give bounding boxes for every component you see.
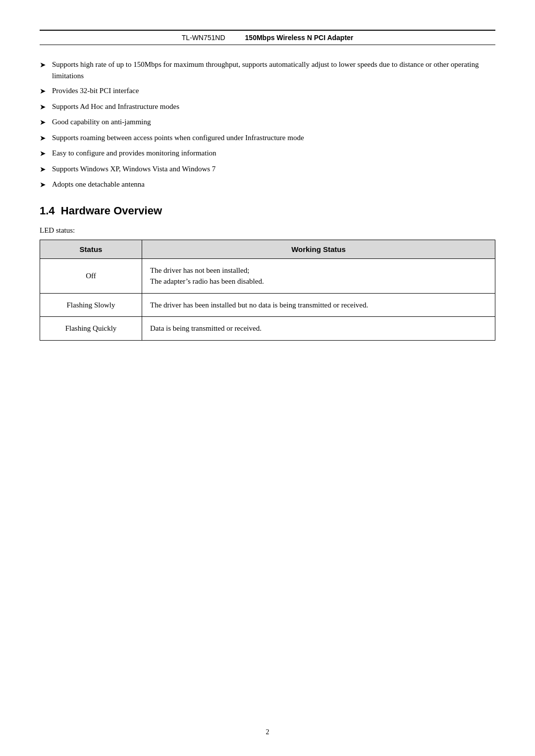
bullet-item: ➤Provides 32-bit PCI interface — [40, 85, 495, 97]
table-cell-working-status: The driver has been installed but no dat… — [142, 293, 495, 317]
page: TL-WN751ND 150Mbps Wireless N PCI Adapte… — [0, 0, 535, 756]
working-status-line1: The driver has not been installed; — [150, 266, 249, 274]
feature-list: ➤Supports high rate of up to 150Mbps for… — [40, 59, 495, 191]
bullet-arrow-icon: ➤ — [40, 86, 46, 97]
bullet-arrow-icon: ➤ — [40, 59, 46, 71]
bullet-item: ➤Supports roaming between access points … — [40, 132, 495, 144]
led-status-table: Status Working Status OffThe driver has … — [40, 240, 495, 341]
bullet-text: Supports high rate of up to 150Mbps for … — [52, 59, 495, 81]
header-title: 150Mbps Wireless N PCI Adapter — [245, 34, 354, 42]
table-row: Flashing SlowlyThe driver has been insta… — [40, 293, 495, 317]
bullet-arrow-icon: ➤ — [40, 179, 46, 191]
bullet-arrow-icon: ➤ — [40, 148, 46, 159]
bullet-item: ➤Supports Ad Hoc and Infrastructure mode… — [40, 101, 495, 113]
page-number: 2 — [0, 728, 535, 736]
table-row: Flashing QuicklyData is being transmitte… — [40, 317, 495, 341]
bullet-arrow-icon: ➤ — [40, 117, 46, 128]
led-label: LED status: — [40, 226, 495, 235]
bullet-text: Supports Windows XP, Windows Vista and W… — [52, 163, 495, 175]
table-cell-working-status: Data is being transmitted or received. — [142, 317, 495, 341]
table-cell-status: Flashing Quickly — [40, 317, 142, 341]
bullet-item: ➤Supports high rate of up to 150Mbps for… — [40, 59, 495, 81]
bullet-arrow-icon: ➤ — [40, 164, 46, 175]
bullet-text: Provides 32-bit PCI interface — [52, 85, 495, 97]
bullet-item: ➤Easy to configure and provides monitori… — [40, 148, 495, 159]
page-header: TL-WN751ND 150Mbps Wireless N PCI Adapte… — [40, 30, 495, 45]
bullet-item: ➤Adopts one detachable antenna — [40, 179, 495, 191]
table-cell-working-status: The driver has not been installed;The ad… — [142, 258, 495, 293]
working-status-line2: The adapter’s radio has been disabled. — [150, 277, 264, 285]
bullet-text: Supports roaming between access points w… — [52, 132, 495, 144]
section-title: 1.4 Hardware Overview — [40, 204, 495, 217]
bullet-text: Supports Ad Hoc and Infrastructure modes — [52, 101, 495, 112]
bullet-item: ➤Supports Windows XP, Windows Vista and … — [40, 163, 495, 175]
table-col1-header: Status — [40, 240, 142, 258]
bullet-arrow-icon: ➤ — [40, 101, 46, 113]
bullet-text: Good capability on anti-jamming — [52, 116, 495, 128]
header-model: TL-WN751ND — [182, 34, 225, 42]
table-col2-header: Working Status — [142, 240, 495, 258]
bullet-text: Adopts one detachable antenna — [52, 179, 495, 190]
table-cell-status: Flashing Slowly — [40, 293, 142, 317]
bullet-arrow-icon: ➤ — [40, 133, 46, 144]
table-row: OffThe driver has not been installed;The… — [40, 258, 495, 293]
bullet-item: ➤Good capability on anti-jamming — [40, 116, 495, 128]
bullet-text: Easy to configure and provides monitorin… — [52, 148, 495, 159]
table-cell-status: Off — [40, 258, 142, 293]
